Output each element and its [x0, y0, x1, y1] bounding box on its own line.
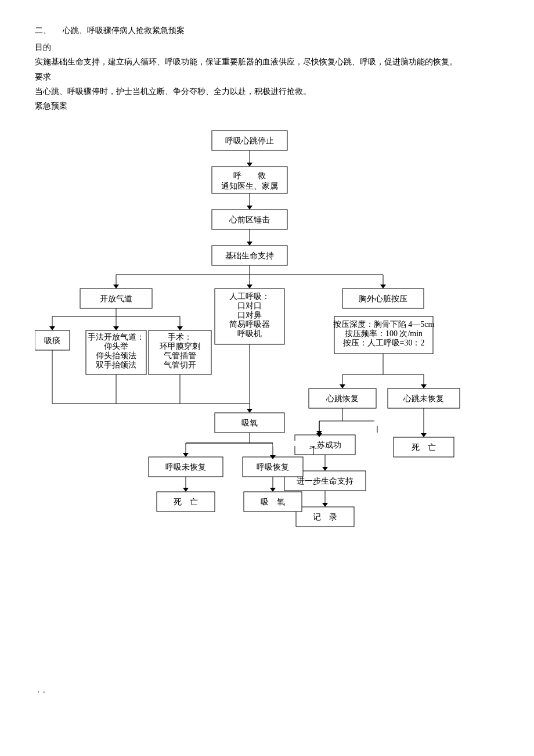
svg-marker-43: [421, 384, 427, 388]
node3-text: 心前区锤击: [229, 215, 270, 224]
mid-line5: 呼吸机: [237, 329, 262, 338]
oxygen-text: 吸氧: [241, 419, 258, 427]
flowchart: 呼吸心跳停止 呼 救 通知医生、家属 心前区锤击 基础生命支持: [35, 125, 499, 650]
requirement-text: 当心跳、呼吸骤停时，护士当机立断、争分夺秒、全力以赴，积极进行抢救。: [35, 84, 499, 99]
sub-manual-line2: 仰头举: [104, 342, 128, 351]
svg-marker-59: [322, 503, 328, 507]
section-header: 二、 心跳、呼吸骤停病人抢救紧急预案 目的 实施基础生命支持，建立病人循环、呼吸…: [35, 23, 499, 113]
svg-marker-13: [113, 285, 119, 289]
section-number: 二、: [35, 23, 51, 38]
svg-marker-15: [247, 285, 252, 289]
sub-suction-text: 吸痰: [44, 336, 60, 345]
svg-marker-67: [183, 453, 189, 457]
mid-line2: 口对口: [237, 301, 262, 310]
svg-marker-80: [270, 488, 276, 492]
purpose-text: 实施基础生命支持，建立病人循环、呼吸功能，保证重要脏器的血液供应，尽快恢复心跳、…: [35, 55, 499, 69]
dead-right-text: 死 亡: [412, 443, 436, 452]
heart-yes-text: 心跳恢复: [326, 394, 359, 403]
right-detail-line2: 按压频率：100 次/min: [345, 329, 423, 338]
breath-no-text: 呼吸未恢复: [165, 463, 206, 471]
svg-marker-62: [247, 409, 252, 413]
svg-marker-24: [113, 326, 119, 330]
svg-marker-26: [177, 326, 183, 330]
purpose-label: 目的: [35, 43, 51, 52]
mid-line4: 简易呼吸器: [229, 320, 270, 329]
oxygen2-text: 吸 氧: [261, 498, 285, 506]
further-text: 进一步生命支持: [297, 477, 353, 485]
svg-marker-41: [340, 384, 345, 388]
svg-rect-84: [374, 418, 383, 426]
emergency-label: 紧急预案: [35, 99, 499, 113]
right-detail-line1: 按压深度：胸骨下陷 4—5cm: [333, 320, 435, 329]
sub-manual-line1: 手法开放气道：: [88, 333, 145, 341]
sub-surgery-line3: 气管插管: [164, 351, 196, 360]
svg-marker-2: [247, 163, 252, 167]
svg-marker-53: [421, 433, 427, 437]
sub-manual-line4: 双手抬颌法: [96, 361, 136, 369]
node2-line2: 通知医生、家属: [221, 182, 278, 190]
svg-marker-22: [49, 326, 55, 330]
record-text: 记 录: [313, 513, 337, 521]
branch-left-title: 开放气道: [100, 294, 132, 303]
node2-line1: 呼 救: [233, 171, 266, 180]
sub-surgery-line4: 气管切开: [164, 361, 196, 369]
page-content: 二、 心跳、呼吸骤停病人抢救紧急预案 目的 实施基础生命支持，建立病人循环、呼吸…: [35, 23, 499, 695]
svg-marker-8: [247, 242, 252, 246]
requirement-label: 要求: [35, 73, 51, 81]
heart-no-text: 心跳未恢复: [403, 394, 444, 403]
svg-marker-71: [183, 488, 189, 492]
node4-text: 基础生命支持: [225, 251, 274, 260]
sub-manual-line3: 仰头抬颈法: [96, 351, 136, 360]
right-detail-line3: 按压：人工呼吸=30：2: [343, 339, 425, 347]
sub-surgery-line2: 环甲膜穿刺: [160, 342, 200, 351]
node1-text: 呼吸心跳停止: [225, 136, 274, 145]
section-title: 心跳、呼吸骤停病人抢救紧急预案: [63, 23, 185, 38]
right-title: 胸外心脏按压: [359, 294, 407, 303]
mid-line1: 人工呼吸：: [229, 292, 270, 301]
svg-marker-5: [247, 206, 252, 210]
svg-rect-77: [273, 441, 316, 446]
svg-marker-17: [380, 285, 386, 289]
footer-note: ，。: [35, 685, 499, 695]
breath-yes-text: 呼吸恢复: [257, 463, 289, 471]
svg-marker-56: [322, 467, 328, 471]
mid-line3: 口对鼻: [237, 311, 262, 319]
sub-surgery-line1: 手术：: [168, 333, 192, 341]
dead-left-text: 死 亡: [174, 498, 198, 506]
